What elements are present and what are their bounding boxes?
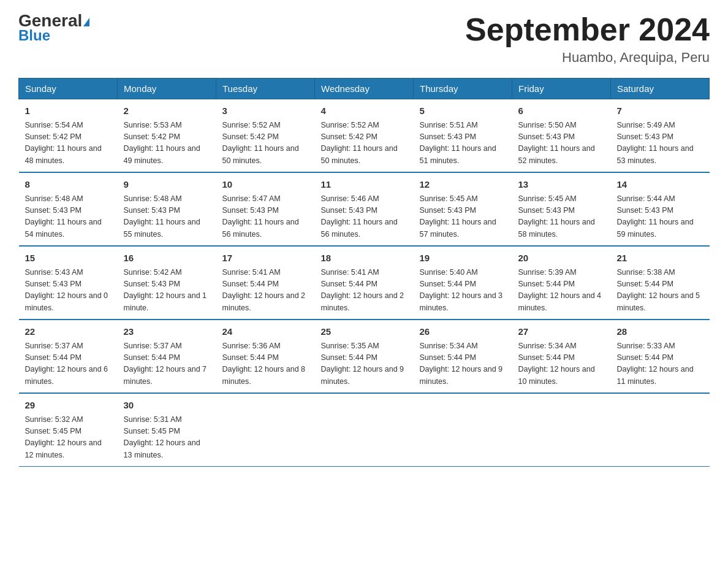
- day-info: Sunrise: 5:45 AMSunset: 5:43 PMDaylight:…: [518, 193, 605, 241]
- day-info: Sunrise: 5:36 AMSunset: 5:44 PMDaylight:…: [222, 340, 309, 388]
- day-number: 20: [518, 251, 605, 266]
- calendar-cell: 29Sunrise: 5:32 AMSunset: 5:45 PMDayligh…: [19, 393, 118, 467]
- calendar-cell: 28Sunrise: 5:33 AMSunset: 5:44 PMDayligh…: [611, 320, 710, 393]
- col-header-tuesday: Tuesday: [216, 79, 315, 99]
- calendar-week-row: 15Sunrise: 5:43 AMSunset: 5:43 PMDayligh…: [19, 246, 710, 320]
- day-number: 28: [617, 325, 703, 339]
- calendar-cell: [611, 393, 710, 467]
- day-info: Sunrise: 5:33 AMSunset: 5:44 PMDaylight:…: [617, 340, 703, 388]
- day-number: 11: [321, 178, 408, 192]
- col-header-sunday: Sunday: [19, 79, 118, 99]
- day-info: Sunrise: 5:32 AMSunset: 5:45 PMDaylight:…: [25, 414, 112, 462]
- day-number: 19: [420, 251, 506, 266]
- day-info: Sunrise: 5:48 AMSunset: 5:43 PMDaylight:…: [124, 193, 210, 241]
- calendar-cell: 7Sunrise: 5:49 AMSunset: 5:43 PMDaylight…: [611, 99, 710, 173]
- day-number: 15: [25, 251, 112, 266]
- calendar-cell: 11Sunrise: 5:46 AMSunset: 5:43 PMDayligh…: [315, 172, 414, 246]
- day-info: Sunrise: 5:34 AMSunset: 5:44 PMDaylight:…: [420, 340, 506, 388]
- day-info: Sunrise: 5:42 AMSunset: 5:43 PMDaylight:…: [124, 267, 210, 315]
- calendar-cell: 12Sunrise: 5:45 AMSunset: 5:43 PMDayligh…: [414, 172, 512, 246]
- day-number: 18: [321, 251, 408, 266]
- day-number: 8: [25, 178, 112, 192]
- calendar-cell: 25Sunrise: 5:35 AMSunset: 5:44 PMDayligh…: [315, 320, 414, 393]
- calendar-table: SundayMondayTuesdayWednesdayThursdayFrid…: [18, 78, 710, 467]
- col-header-monday: Monday: [118, 79, 216, 99]
- calendar-cell: 23Sunrise: 5:37 AMSunset: 5:44 PMDayligh…: [118, 320, 216, 393]
- day-info: Sunrise: 5:53 AMSunset: 5:42 PMDaylight:…: [124, 120, 210, 167]
- day-number: 2: [124, 104, 210, 118]
- calendar-cell: 9Sunrise: 5:48 AMSunset: 5:43 PMDaylight…: [118, 172, 216, 246]
- day-info: Sunrise: 5:41 AMSunset: 5:44 PMDaylight:…: [222, 267, 309, 315]
- day-number: 23: [124, 325, 210, 339]
- title-block: September 2024 Huambo, Arequipa, Peru: [465, 12, 710, 66]
- calendar-cell: 8Sunrise: 5:48 AMSunset: 5:43 PMDaylight…: [19, 172, 118, 246]
- calendar-cell: 2Sunrise: 5:53 AMSunset: 5:42 PMDaylight…: [118, 99, 216, 173]
- day-number: 22: [25, 325, 112, 339]
- calendar-cell: 10Sunrise: 5:47 AMSunset: 5:43 PMDayligh…: [216, 172, 315, 246]
- calendar-cell: 16Sunrise: 5:42 AMSunset: 5:43 PMDayligh…: [118, 246, 216, 320]
- calendar-subtitle: Huambo, Arequipa, Peru: [465, 50, 710, 66]
- calendar-header-row: SundayMondayTuesdayWednesdayThursdayFrid…: [19, 79, 710, 99]
- day-number: 12: [420, 178, 506, 192]
- day-info: Sunrise: 5:52 AMSunset: 5:42 PMDaylight:…: [321, 120, 408, 167]
- calendar-cell: 4Sunrise: 5:52 AMSunset: 5:42 PMDaylight…: [315, 99, 414, 173]
- day-info: Sunrise: 5:51 AMSunset: 5:43 PMDaylight:…: [420, 120, 506, 167]
- calendar-cell: 5Sunrise: 5:51 AMSunset: 5:43 PMDaylight…: [414, 99, 512, 173]
- day-info: Sunrise: 5:38 AMSunset: 5:44 PMDaylight:…: [617, 267, 703, 315]
- logo: General Blue: [18, 12, 89, 44]
- calendar-week-row: 1Sunrise: 5:54 AMSunset: 5:42 PMDaylight…: [19, 99, 710, 173]
- day-number: 13: [518, 178, 605, 192]
- calendar-week-row: 29Sunrise: 5:32 AMSunset: 5:45 PMDayligh…: [19, 393, 710, 467]
- day-number: 10: [222, 178, 309, 192]
- calendar-cell: 19Sunrise: 5:40 AMSunset: 5:44 PMDayligh…: [414, 246, 512, 320]
- day-info: Sunrise: 5:54 AMSunset: 5:42 PMDaylight:…: [25, 120, 112, 167]
- day-info: Sunrise: 5:47 AMSunset: 5:43 PMDaylight:…: [222, 193, 309, 241]
- day-info: Sunrise: 5:49 AMSunset: 5:43 PMDaylight:…: [617, 120, 703, 167]
- day-number: 1: [25, 104, 112, 118]
- day-number: 9: [124, 178, 210, 192]
- col-header-friday: Friday: [512, 79, 611, 99]
- calendar-cell: 3Sunrise: 5:52 AMSunset: 5:42 PMDaylight…: [216, 99, 315, 173]
- calendar-cell: 18Sunrise: 5:41 AMSunset: 5:44 PMDayligh…: [315, 246, 414, 320]
- day-number: 14: [617, 178, 703, 192]
- calendar-cell: 20Sunrise: 5:39 AMSunset: 5:44 PMDayligh…: [512, 246, 611, 320]
- calendar-cell: 1Sunrise: 5:54 AMSunset: 5:42 PMDaylight…: [19, 99, 118, 173]
- calendar-cell: [315, 393, 414, 467]
- calendar-cell: [414, 393, 512, 467]
- day-info: Sunrise: 5:34 AMSunset: 5:44 PMDaylight:…: [518, 340, 605, 388]
- day-number: 30: [124, 399, 210, 413]
- day-number: 3: [222, 104, 309, 118]
- day-info: Sunrise: 5:41 AMSunset: 5:44 PMDaylight:…: [321, 267, 408, 315]
- calendar-cell: 22Sunrise: 5:37 AMSunset: 5:44 PMDayligh…: [19, 320, 118, 393]
- day-number: 27: [518, 325, 605, 339]
- day-info: Sunrise: 5:31 AMSunset: 5:45 PMDaylight:…: [124, 414, 210, 462]
- day-info: Sunrise: 5:48 AMSunset: 5:43 PMDaylight:…: [25, 193, 112, 241]
- day-number: 6: [518, 104, 605, 118]
- col-header-saturday: Saturday: [611, 79, 710, 99]
- day-number: 16: [124, 251, 210, 266]
- day-info: Sunrise: 5:45 AMSunset: 5:43 PMDaylight:…: [420, 193, 506, 241]
- calendar-cell: 13Sunrise: 5:45 AMSunset: 5:43 PMDayligh…: [512, 172, 611, 246]
- calendar-cell: 27Sunrise: 5:34 AMSunset: 5:44 PMDayligh…: [512, 320, 611, 393]
- calendar-week-row: 8Sunrise: 5:48 AMSunset: 5:43 PMDaylight…: [19, 172, 710, 246]
- day-number: 17: [222, 251, 309, 266]
- calendar-cell: 15Sunrise: 5:43 AMSunset: 5:43 PMDayligh…: [19, 246, 118, 320]
- calendar-week-row: 22Sunrise: 5:37 AMSunset: 5:44 PMDayligh…: [19, 320, 710, 393]
- day-info: Sunrise: 5:46 AMSunset: 5:43 PMDaylight:…: [321, 193, 408, 241]
- day-number: 7: [617, 104, 703, 118]
- col-header-thursday: Thursday: [414, 79, 512, 99]
- calendar-cell: 24Sunrise: 5:36 AMSunset: 5:44 PMDayligh…: [216, 320, 315, 393]
- logo-blue: Blue: [18, 27, 50, 44]
- day-number: 21: [617, 251, 703, 266]
- day-number: 24: [222, 325, 309, 339]
- calendar-cell: [512, 393, 611, 467]
- day-number: 25: [321, 325, 408, 339]
- day-info: Sunrise: 5:50 AMSunset: 5:43 PMDaylight:…: [518, 120, 605, 167]
- calendar-cell: 21Sunrise: 5:38 AMSunset: 5:44 PMDayligh…: [611, 246, 710, 320]
- day-info: Sunrise: 5:43 AMSunset: 5:43 PMDaylight:…: [25, 267, 112, 315]
- calendar-cell: 30Sunrise: 5:31 AMSunset: 5:45 PMDayligh…: [118, 393, 216, 467]
- day-info: Sunrise: 5:44 AMSunset: 5:43 PMDaylight:…: [617, 193, 703, 241]
- day-number: 5: [420, 104, 506, 118]
- calendar-cell: 26Sunrise: 5:34 AMSunset: 5:44 PMDayligh…: [414, 320, 512, 393]
- calendar-title: September 2024: [465, 12, 710, 47]
